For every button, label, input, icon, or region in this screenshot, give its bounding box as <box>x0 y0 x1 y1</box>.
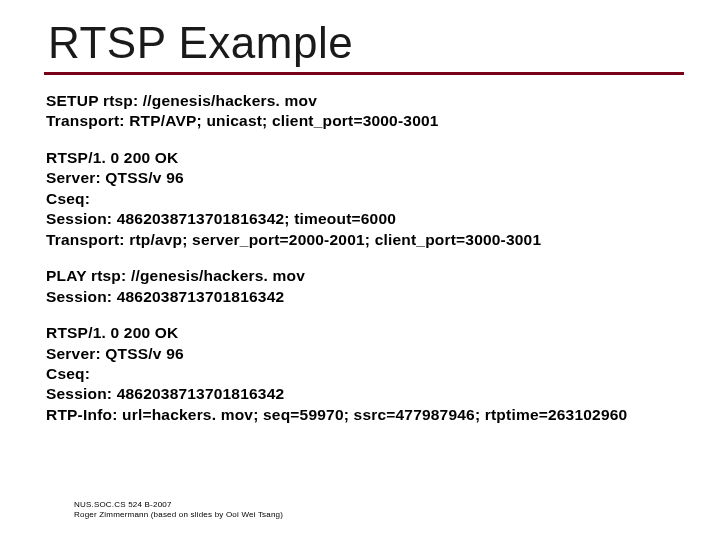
slide-title: RTSP Example <box>44 18 690 68</box>
request-setup-block: SETUP rtsp: //genesis/hackers. mov Trans… <box>44 91 690 132</box>
text-line: SETUP rtsp: //genesis/hackers. mov <box>46 91 690 111</box>
slide: RTSP Example SETUP rtsp: //genesis/hacke… <box>0 0 720 540</box>
slide-footer: NUS.SOC.CS 524 B-2007 Roger Zimmermann (… <box>74 500 283 520</box>
text-line: Cseq: <box>46 364 690 384</box>
footer-line: NUS.SOC.CS 524 B-2007 <box>74 500 283 510</box>
text-line: RTP-Info: url=hackers. mov; seq=59970; s… <box>46 405 690 425</box>
text-line: Cseq: <box>46 189 690 209</box>
text-line: Session: 4862038713701816342; timeout=60… <box>46 209 690 229</box>
request-play-block: PLAY rtsp: //genesis/hackers. mov Sessio… <box>44 266 690 307</box>
text-line: Server: QTSS/v 96 <box>46 168 690 188</box>
text-line: Transport: rtp/avp; server_port=2000-200… <box>46 230 690 250</box>
title-underline <box>44 72 684 75</box>
response-play-block: RTSP/1. 0 200 OK Server: QTSS/v 96 Cseq:… <box>44 323 690 425</box>
text-line: PLAY rtsp: //genesis/hackers. mov <box>46 266 690 286</box>
text-line: RTSP/1. 0 200 OK <box>46 323 690 343</box>
response-setup-block: RTSP/1. 0 200 OK Server: QTSS/v 96 Cseq:… <box>44 148 690 250</box>
text-line: RTSP/1. 0 200 OK <box>46 148 690 168</box>
text-line: Session: 4862038713701816342 <box>46 384 690 404</box>
text-line: Transport: RTP/AVP; unicast; client_port… <box>46 111 690 131</box>
text-line: Server: QTSS/v 96 <box>46 344 690 364</box>
footer-line: Roger Zimmermann (based on slides by Ooi… <box>74 510 283 520</box>
text-line: Session: 4862038713701816342 <box>46 287 690 307</box>
